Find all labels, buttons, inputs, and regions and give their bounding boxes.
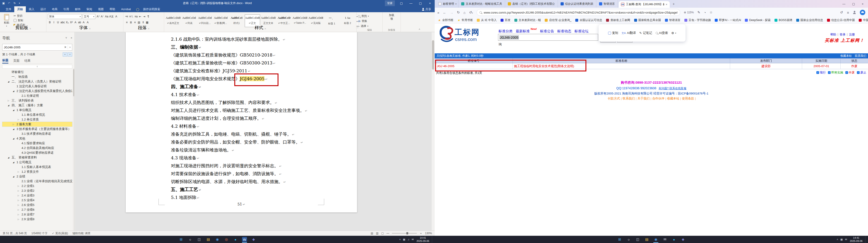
bookmark-item[interactable]: 国家税务总局全国 [634,18,661,22]
nav-tree-item[interactable]: 2.1 业绩（近年承担的项目及完成情况） [2,179,72,183]
share-button[interactable]: 共享 [422,7,435,11]
site-name[interactable]: 工标网 [455,27,480,37]
font-tool-button[interactable]: A [114,14,118,19]
tab-references[interactable]: 引用 [60,6,72,12]
tree-expand-icon[interactable] [18,171,22,173]
contact-us-link[interactable]: 联系我们 [855,54,866,58]
page-indicator[interactable]: 第 51 页，共 546 页 [3,232,27,235]
note-tool[interactable]: ✎记笔记 [639,31,652,35]
nav-tree-item[interactable]: 1.2 单位资质 [2,117,72,122]
cut-button[interactable]: ✂剪切 [13,13,25,18]
tree-expand-icon[interactable] [18,199,22,201]
nav-tree-item[interactable]: 1 公司概况 [2,160,72,165]
nav-tree-item[interactable]: 2.7 业绩6 [2,207,72,212]
word-count[interactable]: 1/54992 个字 [31,232,48,235]
tree-expand-icon[interactable] [18,185,22,187]
tree-expand-icon[interactable] [18,209,22,211]
clear-search-icon[interactable]: × [64,45,66,49]
csres-logo[interactable] [440,25,454,45]
show-desktop-strip[interactable] [865,236,866,243]
font-tool-button[interactable]: Aa [104,14,109,19]
tray-icon[interactable]: ˄ [399,238,401,241]
bookmark-item[interactable]: 全部书签 [438,18,454,22]
nav-tree-item[interactable]: 2.9 业绩8 [2,217,72,221]
taskbar-app-icon[interactable]: ○ [186,236,195,243]
nav-tree-item[interactable]: 2.8 业绩7 [2,212,72,217]
bookmark-item[interactable]: 从 IE 中导入 [477,18,497,22]
taskbar-app-icon[interactable]: ● [670,236,679,243]
nav-tree-item[interactable]: 2 业绩 [2,174,72,179]
accessibility-status[interactable]: 辅助功能: 调查 [73,232,91,235]
nav-search-input[interactable] [4,46,64,49]
tell-me-search[interactable]: 操作说明搜索 [140,6,163,12]
nav-tree-item[interactable]: 4.1 报价要求响应 [2,141,72,146]
taskbar-app-icon[interactable]: ◎ [222,236,231,243]
copy-button[interactable]: 复制 [13,18,25,23]
nav-tree-item[interactable]: 2.3 业绩2 [2,188,72,193]
font-tool-button[interactable]: A⁻ [100,14,104,19]
tab-design[interactable]: 设计 [37,6,49,12]
status-filter-checkbox[interactable]: 废止 [857,71,866,75]
zoom-slider[interactable] [392,233,417,234]
footer-link[interactable]: 联系我们 [623,97,635,100]
bookmark-item[interactable]: 常用书签 [457,18,473,22]
tray-icon[interactable]: ✉ [412,238,414,241]
browser-tab[interactable]: 盘锦（辽河）消防工程技术有限公 [505,0,558,8]
footer-link[interactable]: 付款方式 [608,97,620,100]
nav-pane-scrollbar[interactable] [73,68,74,231]
nav-standard-notice[interactable]: 标准公告 [540,29,554,34]
profile-icon[interactable] [853,11,856,14]
tray-icon[interactable]: ✉ [845,238,847,241]
tab-insert[interactable]: 插入 [26,6,37,12]
home-icon[interactable]: ⌂ [463,11,465,14]
reader-mode-icon[interactable]: ◔ [704,11,706,14]
show-desktop-strip[interactable] [432,236,433,243]
browser-tab[interactable]: 文本差异对比 - 蜻蜓在线工具 [459,0,505,8]
tray-icon[interactable]: ˄ [837,238,838,241]
undo-icon[interactable]: ↶ [8,2,10,5]
bookmark-star-icon[interactable]: ☆ [710,10,712,14]
document-scrollbar[interactable] [431,32,435,231]
nav-tree-item[interactable]: 1 单位概况 [2,108,72,112]
word-minimize-button[interactable]: — [406,0,416,6]
jump-to-top-bar[interactable]: ⍏ [2,65,72,69]
tab-view[interactable]: 视图 [95,6,106,12]
reload-icon[interactable]: ↻ [457,10,460,14]
bookmark-item[interactable]: 即梦AI - 一站式AI [715,18,741,22]
taskbar-app-icon[interactable]: ◫ [195,236,204,243]
document-page[interactable]: 2.1.6 战勤中队：室内训练场地水泥砂浆面层楼地面拆除。↵ 三、编制依据↵ 《… [126,32,357,212]
paragraph-tool-button[interactable]: •≡ [125,14,129,19]
tree-expand-icon[interactable] [18,213,22,216]
footer-link[interactable]: 合作伙伴 [652,97,664,100]
nav-tree-item[interactable]: 2 法定代表人授权委托书及被委托人身份证明 [2,89,72,93]
font-name-select[interactable]: 宋体▾ [48,14,82,19]
zoom-level[interactable]: 130% [425,232,432,235]
tab-review[interactable]: 审阅 [84,6,95,12]
tree-expand-icon[interactable] [13,123,17,126]
nav-tree-item[interactable]: 一、 响应函 [2,74,72,79]
nav-tree-item[interactable]: 二、 法定代表人（负责人）资格证明 [2,79,72,84]
tree-expand-icon[interactable] [13,128,17,130]
tree-expand-icon[interactable] [18,195,22,197]
forward-icon[interactable]: → [450,11,453,14]
tree-expand-icon[interactable] [13,90,17,92]
tab-manager-button[interactable]: — 标签管理 ▾ [436,0,459,8]
paragraph-tool-button[interactable]: ¶ [146,14,150,19]
taskbar-app-icon[interactable]: ○ [624,236,633,243]
taskbar-app-icon[interactable]: ◉ [213,236,222,243]
tree-expand-icon[interactable] [13,161,17,164]
bookmark-item[interactable]: 百度 [501,18,510,22]
ribbon-display-options-icon[interactable]: ▢ [397,0,406,6]
tray-icon[interactable]: ▦ [840,238,843,241]
read-mode-icon[interactable]: ▤ [371,232,373,235]
favorite-site-link[interactable]: 收藏本站 [840,54,852,58]
replace-button[interactable]: ab替换 [358,19,381,23]
nav-tree-item[interactable]: 2.1 社保证明 [2,93,72,98]
taskbar-app-icon[interactable]: W [240,236,249,243]
nav-standard-category[interactable]: 标准分类 [498,29,513,34]
status-filter-checkbox[interactable]: 作废 [845,71,855,75]
select-button[interactable]: ▻选择▾ [358,24,381,28]
browser-tab[interactable]: 智谱清言 [596,0,618,8]
tree-expand-icon[interactable] [13,175,17,178]
footer-link[interactable]: 关于我们 [637,97,650,100]
